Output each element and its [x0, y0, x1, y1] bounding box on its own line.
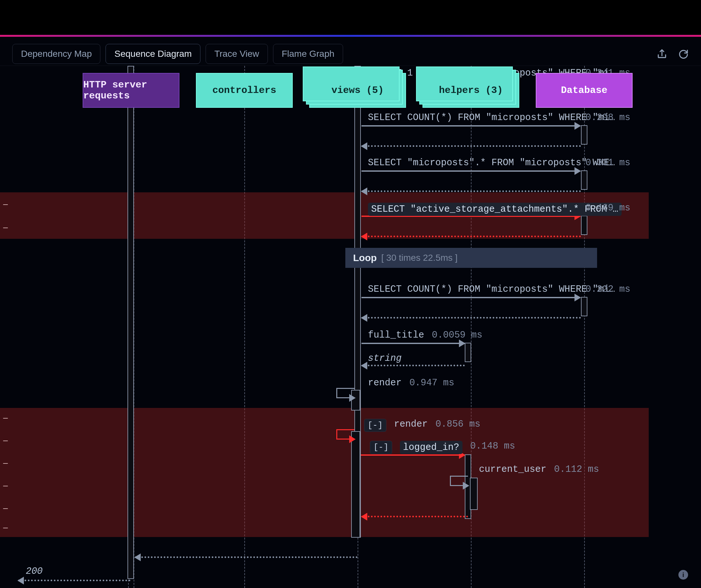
share-icon[interactable]	[657, 48, 667, 59]
return-200: 200	[0, 568, 701, 588]
tab-flame-graph[interactable]: Flame Graph	[273, 44, 343, 64]
collapse-toggle[interactable]: [-]	[370, 441, 392, 454]
call-label: SELECT COUNT(*) FROM "microposts" WHERE …	[368, 112, 615, 123]
call-timing: 0.298 ms	[586, 112, 630, 123]
call-label: [-] logged_in? 0.148 ms	[370, 441, 515, 454]
tabs-row: Dependency Map Sequence Diagram Trace Vi…	[0, 42, 701, 66]
arrow-return-1	[362, 145, 581, 147]
actor-controllers[interactable]: controllers	[196, 73, 293, 108]
actor-http-server-requests[interactable]: HTTP server requests	[83, 73, 180, 108]
loop-band[interactable]: Loop [ 30 times 22.5ms ]	[345, 248, 597, 268]
arrow-return-2	[362, 191, 581, 192]
call-label: full_title 0.0059 ms	[368, 330, 482, 340]
tabs-right-controls	[657, 48, 689, 59]
arrow-return-3	[362, 236, 581, 237]
tab-dependency-map[interactable]: Dependency Map	[12, 44, 100, 64]
call-select-count-2[interactable]: SELECT COUNT(*) FROM "microposts" WHERE …	[0, 286, 701, 312]
tab-trace-view[interactable]: Trace View	[206, 44, 268, 64]
loop-title: Loop	[353, 252, 377, 263]
call-current-user[interactable]: current_user 0.112 ms	[0, 466, 701, 492]
actor-database[interactable]: Database	[536, 73, 633, 108]
call-label: [-] render 0.856 ms	[364, 419, 480, 432]
refresh-icon[interactable]	[678, 48, 689, 59]
return-label: string	[368, 353, 402, 364]
call-full-title[interactable]: full_title 0.0059 ms	[0, 332, 701, 358]
actor-views[interactable]: views (5)	[309, 73, 406, 108]
gutter-minus-icon[interactable]: –	[0, 522, 11, 533]
return-label: 200	[26, 566, 43, 577]
call-label: SELECT "microposts".* FROM "microposts" …	[368, 158, 615, 168]
call-label: current_user 0.112 ms	[479, 464, 599, 475]
collapse-toggle[interactable]: [-]	[364, 419, 386, 432]
gutter-minus-icon[interactable]: –	[0, 503, 11, 514]
call-select-active-storage[interactable]: SELECT "active_storage_attachments".* FR…	[0, 205, 701, 230]
call-select-count-1[interactable]: SELECT COUNT(*) FROM "microposts" WHERE …	[0, 114, 701, 140]
call-timing: 0.222 ms	[586, 284, 630, 295]
arrow-return-4	[362, 317, 581, 318]
call-render-1[interactable]: render 0.947 ms	[0, 379, 701, 405]
call-timing: 0.331 ms	[586, 158, 630, 168]
loop-meta: [ 30 times 22.5ms ]	[381, 253, 458, 263]
call-label: SELECT "active_storage_attachments".* FR…	[368, 203, 622, 216]
call-select-microposts[interactable]: SELECT "microposts".* FROM "microposts" …	[0, 160, 701, 185]
info-icon[interactable]: i	[678, 570, 688, 580]
call-label: SELECT COUNT(*) FROM "microposts" WHERE …	[368, 284, 615, 295]
tab-sequence-diagram[interactable]: Sequence Diagram	[105, 44, 200, 64]
call-label: render 0.947 ms	[368, 377, 454, 388]
accent-gradient-bar	[0, 35, 701, 37]
highlight-pill: SELECT "active_storage_attachments".* FR…	[368, 203, 622, 216]
arrow-return-logged-in	[362, 516, 468, 517]
call-timing: 0.469 ms	[586, 203, 630, 213]
activation-http	[128, 66, 134, 579]
arrow-return-views-to-http	[135, 556, 358, 558]
actor-helpers[interactable]: helpers (3)	[423, 73, 519, 108]
return-string: string	[0, 355, 701, 381]
sequence-diagram[interactable]: HTTP server requests controllers views (…	[0, 66, 701, 588]
header-blank	[0, 0, 701, 35]
